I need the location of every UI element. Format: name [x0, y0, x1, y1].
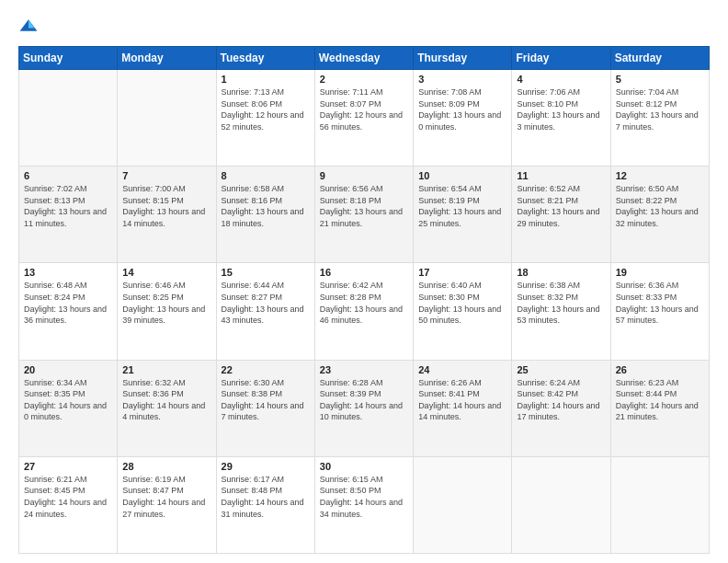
day-info: Sunrise: 6:54 AM Sunset: 8:19 PM Dayligh…: [418, 183, 506, 229]
day-number: 18: [517, 267, 605, 278]
day-info: Sunrise: 7:08 AM Sunset: 8:09 PM Dayligh…: [418, 86, 506, 132]
day-info: Sunrise: 7:04 AM Sunset: 8:12 PM Dayligh…: [616, 86, 704, 132]
calendar-cell: 25Sunrise: 6:24 AM Sunset: 8:42 PM Dayli…: [512, 360, 610, 456]
header: [18, 17, 710, 37]
day-number: 25: [517, 364, 605, 375]
calendar-cell: 7Sunrise: 7:00 AM Sunset: 8:15 PM Daylig…: [118, 167, 216, 263]
day-info: Sunrise: 7:02 AM Sunset: 8:13 PM Dayligh…: [24, 183, 112, 229]
calendar-cell: [118, 70, 216, 167]
day-info: Sunrise: 6:23 AM Sunset: 8:44 PM Dayligh…: [616, 377, 704, 423]
calendar-cell: [610, 456, 709, 553]
calendar-cell: 24Sunrise: 6:26 AM Sunset: 8:41 PM Dayli…: [414, 360, 512, 456]
day-number: 26: [616, 364, 704, 375]
day-info: Sunrise: 6:30 AM Sunset: 8:38 PM Dayligh…: [222, 377, 310, 423]
calendar-cell: 19Sunrise: 6:36 AM Sunset: 8:33 PM Dayli…: [610, 263, 709, 360]
calendar-cell: 21Sunrise: 6:32 AM Sunset: 8:36 PM Dayli…: [118, 360, 216, 456]
day-number: 17: [418, 267, 506, 278]
calendar-cell: 27Sunrise: 6:21 AM Sunset: 8:45 PM Dayli…: [19, 456, 118, 553]
day-info: Sunrise: 6:44 AM Sunset: 8:27 PM Dayligh…: [222, 280, 310, 326]
calendar-cell: 8Sunrise: 6:58 AM Sunset: 8:16 PM Daylig…: [216, 167, 314, 263]
day-info: Sunrise: 6:15 AM Sunset: 8:50 PM Dayligh…: [320, 474, 408, 520]
calendar-table: SundayMondayTuesdayWednesdayThursdayFrid…: [18, 46, 710, 554]
calendar-cell: 14Sunrise: 6:46 AM Sunset: 8:25 PM Dayli…: [118, 263, 216, 360]
day-number: 12: [616, 170, 704, 181]
day-info: Sunrise: 6:24 AM Sunset: 8:42 PM Dayligh…: [517, 377, 605, 423]
day-number: 20: [24, 364, 112, 375]
calendar-cell: 16Sunrise: 6:42 AM Sunset: 8:28 PM Dayli…: [314, 263, 413, 360]
weekday-monday: Monday: [118, 47, 216, 70]
calendar-cell: 6Sunrise: 7:02 AM Sunset: 8:13 PM Daylig…: [19, 167, 118, 263]
day-number: 9: [320, 170, 408, 181]
day-number: 30: [320, 461, 408, 472]
day-number: 22: [222, 364, 310, 375]
day-number: 24: [418, 364, 506, 375]
calendar-cell: 22Sunrise: 6:30 AM Sunset: 8:38 PM Dayli…: [216, 360, 314, 456]
calendar-cell: [512, 456, 610, 553]
day-info: Sunrise: 6:32 AM Sunset: 8:36 PM Dayligh…: [122, 377, 210, 423]
day-info: Sunrise: 6:36 AM Sunset: 8:33 PM Dayligh…: [616, 280, 704, 326]
page: SundayMondayTuesdayWednesdayThursdayFrid…: [0, 0, 728, 563]
calendar-cell: 23Sunrise: 6:28 AM Sunset: 8:39 PM Dayli…: [314, 360, 413, 456]
weekday-friday: Friday: [512, 47, 610, 70]
calendar-cell: 18Sunrise: 6:38 AM Sunset: 8:32 PM Dayli…: [512, 263, 610, 360]
day-number: 2: [320, 74, 408, 85]
day-number: 6: [24, 170, 112, 181]
day-info: Sunrise: 6:21 AM Sunset: 8:45 PM Dayligh…: [24, 474, 112, 520]
day-info: Sunrise: 6:52 AM Sunset: 8:21 PM Dayligh…: [517, 183, 605, 229]
calendar-cell: 29Sunrise: 6:17 AM Sunset: 8:48 PM Dayli…: [216, 456, 314, 553]
calendar-cell: 4Sunrise: 7:06 AM Sunset: 8:10 PM Daylig…: [512, 70, 610, 167]
calendar-cell: [414, 456, 512, 553]
logo-icon: [18, 17, 39, 37]
day-info: Sunrise: 6:38 AM Sunset: 8:32 PM Dayligh…: [517, 280, 605, 326]
calendar-cell: [19, 70, 118, 167]
calendar-cell: 12Sunrise: 6:50 AM Sunset: 8:22 PM Dayli…: [610, 167, 709, 263]
day-number: 11: [517, 170, 605, 181]
day-number: 16: [320, 267, 408, 278]
week-row-4: 20Sunrise: 6:34 AM Sunset: 8:35 PM Dayli…: [19, 360, 710, 456]
calendar-cell: 9Sunrise: 6:56 AM Sunset: 8:18 PM Daylig…: [314, 167, 413, 263]
day-info: Sunrise: 6:48 AM Sunset: 8:24 PM Dayligh…: [24, 280, 112, 326]
week-row-3: 13Sunrise: 6:48 AM Sunset: 8:24 PM Dayli…: [19, 263, 710, 360]
day-info: Sunrise: 6:40 AM Sunset: 8:30 PM Dayligh…: [418, 280, 506, 326]
day-number: 14: [122, 267, 210, 278]
day-number: 15: [222, 267, 310, 278]
calendar-cell: 26Sunrise: 6:23 AM Sunset: 8:44 PM Dayli…: [610, 360, 709, 456]
day-number: 29: [222, 461, 310, 472]
logo: [18, 17, 42, 37]
calendar-cell: 2Sunrise: 7:11 AM Sunset: 8:07 PM Daylig…: [314, 70, 413, 167]
day-info: Sunrise: 6:28 AM Sunset: 8:39 PM Dayligh…: [320, 377, 408, 423]
day-number: 28: [122, 461, 210, 472]
weekday-wednesday: Wednesday: [314, 47, 413, 70]
calendar-cell: 5Sunrise: 7:04 AM Sunset: 8:12 PM Daylig…: [610, 70, 709, 167]
day-number: 23: [320, 364, 408, 375]
day-info: Sunrise: 7:00 AM Sunset: 8:15 PM Dayligh…: [122, 183, 210, 229]
week-row-1: 1Sunrise: 7:13 AM Sunset: 8:06 PM Daylig…: [19, 70, 710, 167]
weekday-thursday: Thursday: [414, 47, 512, 70]
week-row-5: 27Sunrise: 6:21 AM Sunset: 8:45 PM Dayli…: [19, 456, 710, 553]
day-number: 21: [122, 364, 210, 375]
day-info: Sunrise: 6:34 AM Sunset: 8:35 PM Dayligh…: [24, 377, 112, 423]
day-number: 1: [222, 74, 310, 85]
week-row-2: 6Sunrise: 7:02 AM Sunset: 8:13 PM Daylig…: [19, 167, 710, 263]
day-info: Sunrise: 6:17 AM Sunset: 8:48 PM Dayligh…: [222, 474, 310, 520]
calendar-cell: 28Sunrise: 6:19 AM Sunset: 8:47 PM Dayli…: [118, 456, 216, 553]
day-number: 3: [418, 74, 506, 85]
day-info: Sunrise: 7:06 AM Sunset: 8:10 PM Dayligh…: [517, 86, 605, 132]
calendar-cell: 17Sunrise: 6:40 AM Sunset: 8:30 PM Dayli…: [414, 263, 512, 360]
day-info: Sunrise: 6:46 AM Sunset: 8:25 PM Dayligh…: [122, 280, 210, 326]
day-info: Sunrise: 7:11 AM Sunset: 8:07 PM Dayligh…: [320, 86, 408, 132]
calendar-cell: 10Sunrise: 6:54 AM Sunset: 8:19 PM Dayli…: [414, 167, 512, 263]
day-info: Sunrise: 6:50 AM Sunset: 8:22 PM Dayligh…: [616, 183, 704, 229]
weekday-sunday: Sunday: [19, 47, 118, 70]
day-number: 27: [24, 461, 112, 472]
day-info: Sunrise: 6:26 AM Sunset: 8:41 PM Dayligh…: [418, 377, 506, 423]
calendar-cell: 3Sunrise: 7:08 AM Sunset: 8:09 PM Daylig…: [414, 70, 512, 167]
day-info: Sunrise: 6:42 AM Sunset: 8:28 PM Dayligh…: [320, 280, 408, 326]
day-number: 8: [222, 170, 310, 181]
calendar-cell: 13Sunrise: 6:48 AM Sunset: 8:24 PM Dayli…: [19, 263, 118, 360]
day-number: 7: [122, 170, 210, 181]
weekday-saturday: Saturday: [610, 47, 709, 70]
day-info: Sunrise: 6:58 AM Sunset: 8:16 PM Dayligh…: [222, 183, 310, 229]
calendar-cell: 11Sunrise: 6:52 AM Sunset: 8:21 PM Dayli…: [512, 167, 610, 263]
day-info: Sunrise: 6:56 AM Sunset: 8:18 PM Dayligh…: [320, 183, 408, 229]
